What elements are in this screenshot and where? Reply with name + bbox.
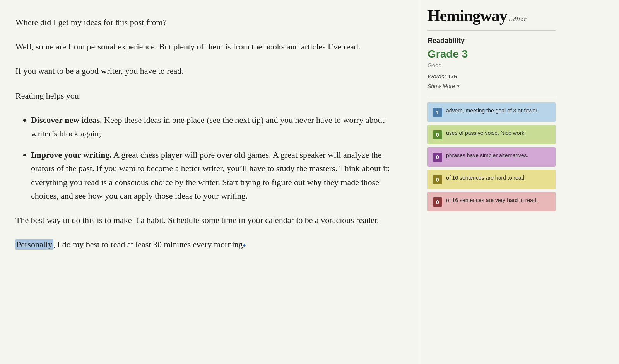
sidebar: HemingwayEditor Readability Grade 3 Good… bbox=[418, 0, 565, 364]
stat-card-passive: 0uses of passive voice. Nice work. bbox=[427, 125, 556, 144]
stat-text-passive: uses of passive voice. Nice work. bbox=[446, 129, 526, 137]
stat-card-hard: 0of 16 sentences are hard to read. bbox=[427, 170, 556, 189]
app-title-main: Hemingway bbox=[427, 7, 507, 25]
stat-text-simpler: phrases have simpler alternatives. bbox=[446, 152, 528, 160]
paragraph-2: Well, some are from personal experience.… bbox=[15, 40, 395, 53]
stat-card-adverbs: 1adverb, meeting the goal of 3 or fewer. bbox=[427, 102, 556, 122]
readability-section: Readability Grade 3 Good Words: 175 Show… bbox=[427, 37, 556, 96]
stat-card-simpler: 0phrases have simpler alternatives. bbox=[427, 147, 556, 167]
readability-label: Readability bbox=[427, 37, 556, 45]
stat-badge-hard: 0 bbox=[433, 175, 442, 184]
paragraph-6-rest: , I do my best to read at least 30 minut… bbox=[53, 240, 243, 249]
grade-quality: Good bbox=[427, 62, 556, 68]
bullet-item-1: Discover new ideas. Keep these ideas in … bbox=[31, 113, 395, 140]
stat-badge-passive: 0 bbox=[433, 130, 442, 139]
bullet-2-bold: Improve your writing. bbox=[31, 150, 112, 160]
highlighted-word: Personally bbox=[15, 239, 53, 250]
paragraph-3: If you want to be a good writer, you hav… bbox=[15, 64, 395, 78]
show-more-arrow-icon: ▼ bbox=[457, 84, 460, 88]
show-more-label: Show More bbox=[427, 83, 455, 89]
paragraph-1: Where did I get my ideas for this post f… bbox=[15, 15, 395, 29]
stat-badge-simpler: 0 bbox=[433, 153, 442, 162]
app-header: HemingwayEditor bbox=[427, 8, 556, 31]
stat-text-very-hard: of 16 sentences are very hard to read. bbox=[446, 197, 538, 204]
stat-text-hard: of 16 sentences are hard to read. bbox=[446, 174, 526, 182]
paragraph-5: The best way to do this is to make it a … bbox=[15, 213, 395, 227]
words-count: 175 bbox=[448, 73, 457, 80]
bullet-list: Discover new ideas. Keep these ideas in … bbox=[31, 113, 395, 202]
stat-card-very-hard: 0of 16 sentences are very hard to read. bbox=[427, 192, 556, 211]
stats-section: 1adverb, meeting the goal of 3 or fewer.… bbox=[427, 102, 556, 211]
app-title-block: HemingwayEditor bbox=[427, 8, 556, 24]
stat-text-adverbs: adverb, meeting the goal of 3 or fewer. bbox=[446, 107, 539, 115]
stat-badge-adverbs: 1 bbox=[433, 108, 442, 117]
highlight-dot: ● bbox=[243, 242, 246, 248]
editor-content: Where did I get my ideas for this post f… bbox=[0, 0, 418, 364]
show-more-button[interactable]: Show More ▼ bbox=[427, 83, 460, 89]
bullet-1-bold: Discover new ideas. bbox=[31, 115, 102, 125]
paragraph-6: Personally, I do my best to read at leas… bbox=[15, 238, 395, 251]
app-title-sub: Editor bbox=[509, 16, 527, 22]
words-label: Words: 175 bbox=[427, 73, 556, 80]
grade-value: Grade 3 bbox=[427, 48, 556, 60]
bullet-item-2: Improve your writing. A great chess play… bbox=[31, 148, 395, 202]
stat-badge-very-hard: 0 bbox=[433, 197, 442, 207]
paragraph-4: Reading helps you: bbox=[15, 89, 395, 102]
